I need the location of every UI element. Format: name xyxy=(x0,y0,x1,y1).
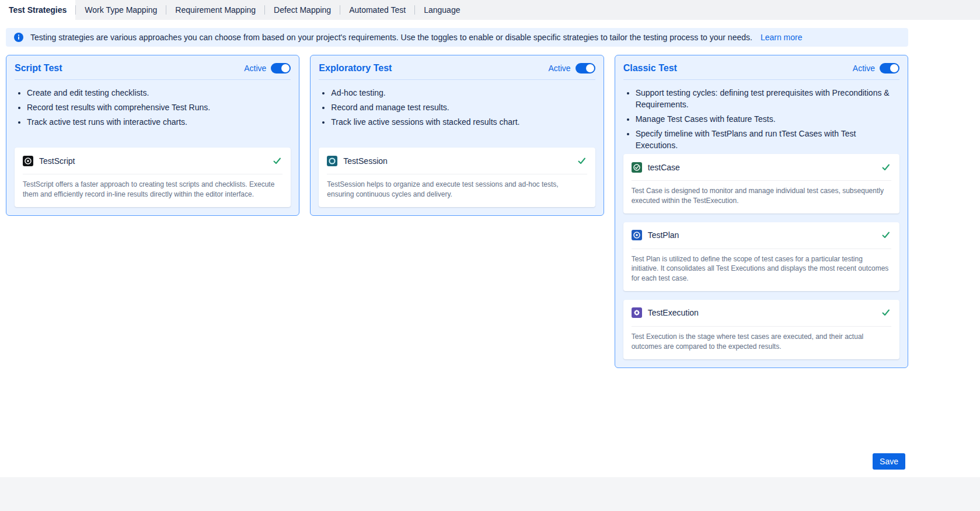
card-header: Classic Test Active xyxy=(623,63,899,80)
module-testsession: TestSession TestSession helps to organiz… xyxy=(319,148,595,207)
card-title: Exploratory Test xyxy=(319,63,392,74)
module-testcase: testCase Test Case is designed to monito… xyxy=(623,154,899,214)
module-description: Test Plan is utilized to define the scop… xyxy=(632,249,891,291)
info-icon xyxy=(14,33,23,42)
check-icon xyxy=(881,162,891,173)
module-header: TestSession xyxy=(327,148,587,174)
page-bottom-strip xyxy=(0,477,980,511)
module-name: TestExecution xyxy=(648,308,699,317)
check-icon xyxy=(881,230,891,240)
info-banner: Testing strategies are various approache… xyxy=(6,28,908,47)
bullet-item: Track live active sessions with stacked … xyxy=(331,116,595,128)
tab-defect-mapping[interactable]: Defect Mapping xyxy=(265,0,340,20)
main-content: Testing strategies are various approache… xyxy=(6,28,908,368)
card-exploratory-test: Exploratory Test Active Ad-hoc testing. … xyxy=(310,55,604,216)
module-description: Test Execution is the stage where test c… xyxy=(632,327,891,359)
toggle-group: Active xyxy=(853,63,899,74)
save-button[interactable]: Save xyxy=(873,453,905,470)
check-icon xyxy=(577,156,587,166)
tab-language[interactable]: Language xyxy=(415,0,469,20)
bullet-item: Manage Test Cases with feature Tests. xyxy=(636,113,899,125)
module-name: TestPlan xyxy=(648,230,679,240)
module-testplan: TestPlan Test Plan is utilized to define… xyxy=(623,222,899,291)
testplan-icon xyxy=(632,230,642,240)
module-header: TestExecution xyxy=(632,300,891,327)
card-bullets: Support testing cycles: defining test pr… xyxy=(623,87,899,151)
bullet-item: Record test results with comprehensive T… xyxy=(27,102,291,113)
classic-test-toggle[interactable] xyxy=(880,63,899,74)
strategy-cards-row: Script Test Active Create and edit testi… xyxy=(6,55,908,368)
card-script-test: Script Test Active Create and edit testi… xyxy=(6,55,299,216)
settings-tabbar: Test Strategies Work Type Mapping Requir… xyxy=(0,0,980,20)
card-modules: TestScript TestScript offers a faster ap… xyxy=(15,148,291,207)
toggle-group: Active xyxy=(549,63,595,74)
card-bullets: Create and edit testing checklists. Reco… xyxy=(15,87,291,148)
module-description: Test Case is designed to monitor and man… xyxy=(632,181,891,214)
module-testscript: TestScript TestScript offers a faster ap… xyxy=(15,148,291,207)
card-modules: TestSession TestSession helps to organiz… xyxy=(319,148,595,207)
tab-work-type-mapping[interactable]: Work Type Mapping xyxy=(76,0,166,20)
active-label: Active xyxy=(549,64,571,73)
module-header: TestPlan xyxy=(632,222,891,249)
bullet-item: Support testing cycles: defining test pr… xyxy=(636,87,899,110)
card-title: Classic Test xyxy=(623,63,677,74)
bullet-item: Ad-hoc testing. xyxy=(331,87,595,99)
module-testexecution: TestExecution Test Execution is the stag… xyxy=(623,300,899,359)
banner-text: Testing strategies are various approache… xyxy=(30,33,752,42)
testsession-icon xyxy=(327,156,337,166)
module-name: testCase xyxy=(648,163,680,172)
bullet-item: Record and manage test results. xyxy=(331,102,595,113)
module-description: TestSession helps to organize and execut… xyxy=(327,174,587,207)
check-icon xyxy=(881,307,891,318)
card-bullets: Ad-hoc testing. Record and manage test r… xyxy=(319,87,595,148)
module-name: TestScript xyxy=(39,156,75,166)
module-name: TestSession xyxy=(343,156,387,166)
active-label: Active xyxy=(244,64,266,73)
check-icon xyxy=(272,156,283,166)
learn-more-link[interactable]: Learn more xyxy=(761,33,803,42)
testcase-icon xyxy=(632,162,642,173)
testscript-icon xyxy=(23,156,33,166)
exploratory-test-toggle[interactable] xyxy=(576,63,595,74)
card-modules: testCase Test Case is designed to monito… xyxy=(623,154,899,359)
testexecution-icon xyxy=(632,307,642,318)
tab-test-strategies[interactable]: Test Strategies xyxy=(0,0,75,20)
card-header: Script Test Active xyxy=(15,63,291,80)
module-description: TestScript offers a faster approach to c… xyxy=(23,174,283,207)
bullet-item: Specify timeline with TestPlans and run … xyxy=(636,128,899,151)
toggle-group: Active xyxy=(244,63,291,74)
tab-requirement-mapping[interactable]: Requirement Mapping xyxy=(166,0,264,20)
card-classic-test: Classic Test Active Support testing cycl… xyxy=(615,55,908,368)
card-title: Script Test xyxy=(15,63,62,74)
bullet-item: Track active test runs with interactive … xyxy=(27,116,291,128)
tab-automated-test[interactable]: Automated Test xyxy=(340,0,414,20)
script-test-toggle[interactable] xyxy=(271,63,291,74)
card-header: Exploratory Test Active xyxy=(319,63,595,80)
module-header: testCase xyxy=(632,154,891,181)
active-label: Active xyxy=(853,64,875,73)
module-header: TestScript xyxy=(23,148,283,174)
bullet-item: Create and edit testing checklists. xyxy=(27,87,291,99)
